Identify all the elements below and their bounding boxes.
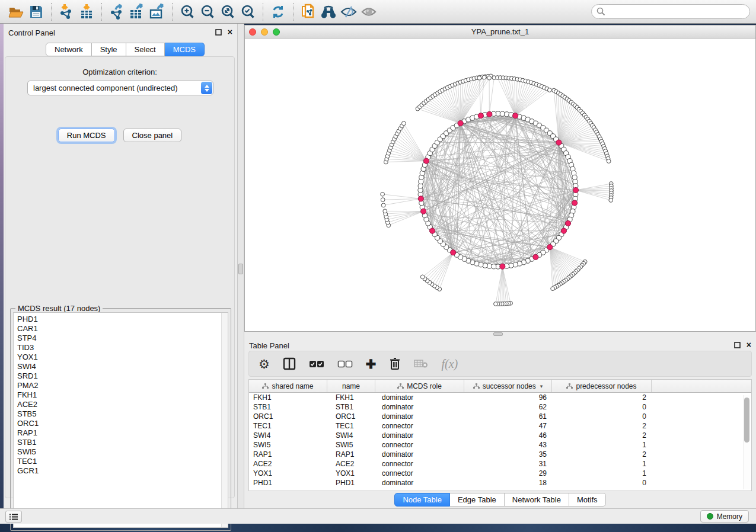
graph-leaf-node[interactable] <box>494 302 498 306</box>
result-node[interactable]: PMA2 <box>17 381 228 390</box>
graph-hub-node[interactable] <box>418 196 423 201</box>
graph-hub-node[interactable] <box>547 245 553 250</box>
graph-hub-node[interactable] <box>421 209 426 214</box>
close-panel-icon[interactable]: × <box>228 28 232 36</box>
task-history-button[interactable] <box>5 511 22 523</box>
graph-hub-node[interactable] <box>451 250 456 255</box>
table-row[interactable]: YOX1YOX1connector291 <box>249 469 751 478</box>
network-titlebar[interactable]: YPA_prune.txt_1 <box>245 25 755 39</box>
graph-hub-node[interactable] <box>572 200 578 206</box>
result-node[interactable]: RAP1 <box>17 428 228 438</box>
deselect-all-icon[interactable] <box>337 360 353 368</box>
graph-hub-node[interactable] <box>429 228 435 233</box>
tab-network-table[interactable]: Network Table <box>505 493 569 507</box>
tab-network[interactable]: Network <box>46 43 92 56</box>
result-node[interactable]: SWI4 <box>17 362 228 371</box>
close-window-icon[interactable] <box>249 28 256 36</box>
graph-leaf-node[interactable] <box>477 76 481 80</box>
column-header-shared-name[interactable]: shared name <box>249 380 327 392</box>
graph-leaf-node[interactable] <box>482 75 486 79</box>
tab-style[interactable]: Style <box>92 43 126 56</box>
divider-knob[interactable] <box>238 264 243 274</box>
graph-leaf-node[interactable] <box>381 198 385 202</box>
table-row[interactable]: ACE2ACE2connector311 <box>249 459 751 469</box>
hide-selection-button[interactable] <box>339 2 359 21</box>
float-panel-icon[interactable] <box>215 29 222 36</box>
zoom-selected-button[interactable] <box>238 2 258 21</box>
memory-button[interactable]: Memory <box>700 510 749 523</box>
result-node[interactable]: STB5 <box>17 409 228 419</box>
result-node[interactable]: YOX1 <box>17 352 228 362</box>
table-row[interactable]: SWI5SWI5connector431 <box>249 440 751 450</box>
import-network-button[interactable] <box>56 2 76 21</box>
result-node[interactable]: TEC1 <box>17 457 228 466</box>
graph-leaf-node[interactable] <box>609 198 613 203</box>
toggle-panes-icon[interactable] <box>283 357 296 370</box>
graph-hub-node[interactable] <box>500 264 505 269</box>
zoom-out-button[interactable] <box>197 2 218 21</box>
zoom-in-button[interactable] <box>177 2 197 21</box>
close-panel-icon[interactable]: × <box>747 341 751 349</box>
result-node[interactable]: SWI5 <box>17 447 228 457</box>
table-row[interactable]: SWI4SWI4dominator462 <box>249 431 751 440</box>
table-row[interactable]: RAP1RAP1dominator352 <box>249 450 751 459</box>
table-row[interactable]: PHD1PHD1dominator180 <box>249 478 751 488</box>
tab-mcds[interactable]: MCDS <box>165 43 205 56</box>
tab-node-table[interactable]: Node Table <box>394 493 450 507</box>
tab-edge-table[interactable]: Edge Table <box>450 493 505 507</box>
show-all-button[interactable] <box>359 2 379 21</box>
tab-motifs[interactable]: Motifs <box>569 493 606 507</box>
graph-hub-node[interactable] <box>458 120 463 126</box>
result-node[interactable]: PHD1 <box>17 315 228 324</box>
table-row[interactable]: FKH1FKH1dominator962 <box>249 393 751 402</box>
graph-hub-node[interactable] <box>565 220 570 226</box>
divider-knob[interactable] <box>493 332 503 336</box>
save-session-button[interactable] <box>26 2 46 21</box>
tab-select[interactable]: Select <box>126 43 165 56</box>
run-mcds-button[interactable]: Run MCDS <box>58 129 115 142</box>
mcds-result-list[interactable]: PHD1CAR1STP4TID3YOX1SWI4SRD1PMA2FKH1ACE2… <box>13 312 228 528</box>
search-network-button[interactable] <box>318 2 339 21</box>
graph-hub-node[interactable] <box>513 113 518 118</box>
select-all-icon[interactable] <box>309 360 324 368</box>
graph-hub-node[interactable] <box>533 254 538 259</box>
column-header-successor-nodes[interactable]: successor nodes▾ <box>464 380 552 392</box>
search-input[interactable] <box>591 4 750 19</box>
result-node[interactable]: FKH1 <box>17 390 228 400</box>
graph-leaf-node[interactable] <box>381 192 385 196</box>
result-node[interactable]: SRD1 <box>17 371 228 381</box>
result-node[interactable]: ACE2 <box>17 400 228 409</box>
graph-hub-node[interactable] <box>561 228 566 233</box>
import-table-button[interactable] <box>76 2 97 21</box>
table-body[interactable]: FKH1FKH1dominator962STB1STB1dominator620… <box>249 393 751 488</box>
scrollbar-thumb[interactable] <box>744 398 749 443</box>
export-image-button[interactable] <box>147 2 167 21</box>
function-builder-icon[interactable]: f(x) <box>441 357 458 371</box>
column-header-name[interactable]: name <box>327 380 375 392</box>
result-node[interactable]: STB1 <box>17 438 228 447</box>
column-header-predecessor-nodes[interactable]: predecessor nodes <box>552 380 652 392</box>
export-network-button[interactable] <box>107 2 127 21</box>
column-header-MCDS-role[interactable]: MCDS role <box>375 380 464 392</box>
maximize-window-icon[interactable] <box>273 28 280 36</box>
vertical-split-divider[interactable] <box>237 24 244 508</box>
graph-leaf-node[interactable] <box>607 159 611 164</box>
add-column-icon[interactable]: ✚ <box>366 358 377 370</box>
settings-gear-icon[interactable]: ⚙ <box>259 358 270 370</box>
result-node[interactable]: CAR1 <box>17 324 228 334</box>
graph-leaf-node[interactable] <box>551 287 555 291</box>
result-node[interactable]: TID3 <box>17 343 228 352</box>
clone-network-button[interactable] <box>298 2 318 21</box>
delete-table-icon[interactable] <box>414 359 428 368</box>
result-node[interactable]: ORC1 <box>17 419 228 428</box>
float-panel-icon[interactable] <box>734 342 741 348</box>
zoom-fit-button[interactable] <box>218 2 238 21</box>
graph-hub-node[interactable] <box>556 140 562 145</box>
refresh-view-button[interactable] <box>268 2 288 21</box>
graph-hub-node[interactable] <box>487 111 492 117</box>
result-node[interactable]: GCR1 <box>17 466 228 476</box>
network-graph-canvas[interactable] <box>245 39 755 331</box>
graph-hub-node[interactable] <box>573 187 578 193</box>
graph-leaf-node[interactable] <box>487 76 492 80</box>
result-node[interactable]: STP4 <box>17 334 228 343</box>
